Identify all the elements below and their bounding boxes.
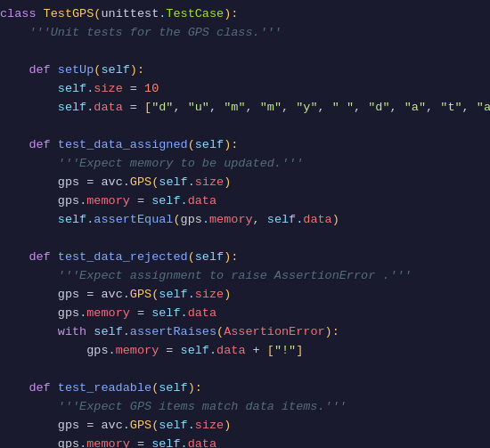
token: memory xyxy=(86,192,130,211)
token: gps xyxy=(58,305,79,323)
token: def xyxy=(29,379,57,398)
token: , xyxy=(318,99,332,118)
token: gps xyxy=(181,211,202,230)
token: , xyxy=(462,99,477,118)
token: ( xyxy=(188,248,195,267)
token: ): xyxy=(325,323,339,342)
token: avc xyxy=(101,286,122,305)
token: with xyxy=(58,323,94,342)
token: size xyxy=(94,80,122,99)
code-line: self.assertEqual(gps.memory, self.data) xyxy=(0,211,490,230)
token: size xyxy=(195,286,224,305)
token: = xyxy=(123,99,144,118)
token: '''Unit tests for the GPS class.''' xyxy=(29,24,282,43)
token: , xyxy=(390,99,404,118)
token: memory xyxy=(209,211,253,230)
token: . xyxy=(79,436,86,448)
token: self xyxy=(159,379,187,398)
token: GPS xyxy=(130,417,151,436)
token xyxy=(0,211,58,230)
token: ) xyxy=(224,417,231,436)
token: . xyxy=(202,211,209,230)
token: , xyxy=(354,99,368,118)
token: TestCase xyxy=(166,5,224,24)
code-editor: class TestGPS(unittest.TestCase): '''Uni… xyxy=(0,0,490,448)
token: . xyxy=(123,323,130,342)
token: ): xyxy=(224,136,238,155)
token: "a" xyxy=(477,99,490,118)
token: AssertionError xyxy=(224,323,324,342)
token xyxy=(0,342,86,361)
token: + xyxy=(245,342,266,361)
token: , xyxy=(246,99,260,118)
token: data xyxy=(94,99,122,118)
token: test_data_assigned xyxy=(58,136,188,155)
token: "m" xyxy=(224,99,245,118)
token xyxy=(0,136,29,155)
token: "u" xyxy=(188,99,209,118)
token: ): xyxy=(130,61,144,80)
token: = xyxy=(159,342,180,361)
token: gps xyxy=(86,342,108,361)
code-line: def test_readable(self): xyxy=(0,379,490,398)
token: . xyxy=(123,286,130,305)
token xyxy=(0,155,58,174)
token: self xyxy=(151,436,180,448)
token: self xyxy=(94,323,122,342)
token: ] xyxy=(296,342,303,361)
token: ( xyxy=(173,211,180,230)
token: data xyxy=(188,436,216,448)
token: ( xyxy=(151,417,159,436)
token: . xyxy=(188,417,195,436)
token: TestGPS xyxy=(44,5,94,24)
code-line: '''Expect memory to be updated.''' xyxy=(0,155,490,174)
token: avc xyxy=(101,174,122,192)
token: size xyxy=(195,174,224,192)
token: "d" xyxy=(368,99,389,118)
token: ): xyxy=(224,5,238,24)
token xyxy=(0,80,58,99)
code-line: '''Expect assignment to raise AssertionE… xyxy=(0,267,490,286)
token xyxy=(0,174,58,192)
token: class xyxy=(0,5,44,24)
token: " " xyxy=(332,99,354,118)
token: self xyxy=(151,192,180,211)
token: gps xyxy=(58,174,79,192)
token: self xyxy=(58,99,86,118)
token: '''Expect GPS items match data items.''' xyxy=(58,398,347,417)
token xyxy=(0,323,58,342)
code-line: class TestGPS(unittest.TestCase): xyxy=(0,5,490,24)
token: = xyxy=(79,286,101,305)
code-line: gps.memory = self.data xyxy=(0,305,490,323)
token xyxy=(0,379,29,398)
token: ) xyxy=(224,286,231,305)
token xyxy=(0,192,58,211)
token: size xyxy=(195,417,224,436)
token: "a" xyxy=(404,99,426,118)
token: self xyxy=(195,248,224,267)
token: unittest xyxy=(101,5,159,24)
token: def xyxy=(29,248,57,267)
token: self xyxy=(151,305,180,323)
token: self xyxy=(101,61,129,80)
token: . xyxy=(86,99,94,118)
token: "d" xyxy=(151,99,173,118)
token: . xyxy=(296,211,303,230)
token xyxy=(0,248,29,267)
token: = xyxy=(130,436,151,448)
code-line: self.data = ["d", "u", "m", "m", "y", " … xyxy=(0,99,490,118)
token: . xyxy=(79,305,86,323)
token: self xyxy=(58,80,86,99)
token xyxy=(0,24,29,43)
token: . xyxy=(79,192,86,211)
token: . xyxy=(181,436,188,448)
token: , xyxy=(173,99,187,118)
token: = xyxy=(130,192,151,211)
token: ( xyxy=(94,61,101,80)
token xyxy=(0,267,58,286)
token: . xyxy=(188,286,195,305)
code-line: '''Unit tests for the GPS class.''' xyxy=(0,24,490,43)
code-line: with self.assertRaises(AssertionError): xyxy=(0,323,490,342)
token: ( xyxy=(151,174,159,192)
token: assertRaises xyxy=(130,323,216,342)
